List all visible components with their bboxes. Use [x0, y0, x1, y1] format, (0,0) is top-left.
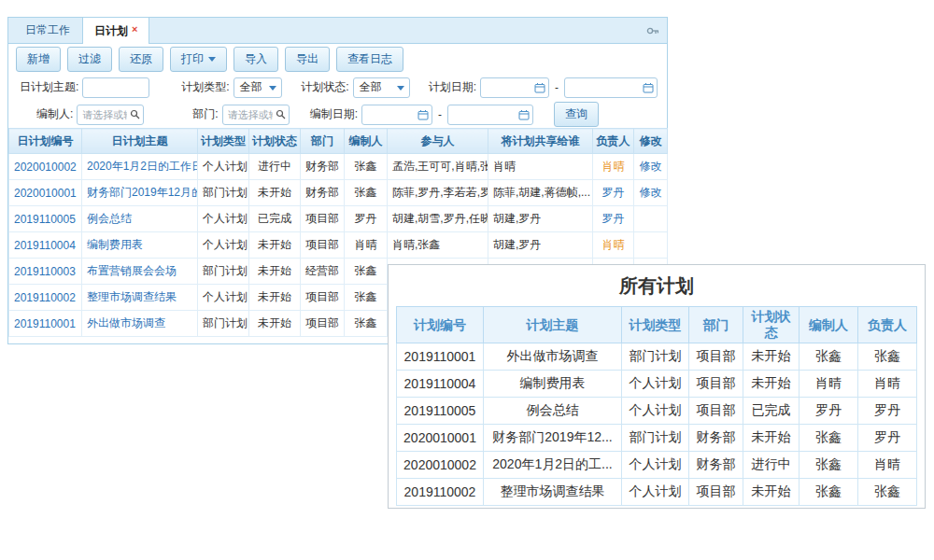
column-header-creator[interactable]: 编制人	[345, 129, 388, 154]
plan-date-from-wrap	[480, 77, 549, 98]
plan-participants: 孟浩,王可可,肖晴,张鑫	[392, 160, 488, 173]
plan-id-link[interactable]: 2019110002	[14, 291, 76, 304]
plan-owner: 张鑫	[858, 343, 917, 371]
calendar-icon[interactable]	[518, 109, 530, 120]
column-header-type: 计划类型	[622, 307, 689, 343]
table-row: 2020010002 2020年1月2日的工... 个人计划 财务部 进行中 张…	[397, 452, 917, 479]
plan-dept: 项目部	[305, 212, 339, 225]
dept-label: 部门:	[192, 106, 218, 122]
add-button[interactable]: 新增	[16, 47, 61, 72]
plan-share: 胡建,罗丹	[493, 212, 541, 225]
plan-subject: 外出做市场调查	[484, 343, 622, 371]
plan-creator: 张鑫	[800, 343, 858, 371]
plan-subject-link[interactable]: 布置营销展会会场	[87, 264, 177, 277]
plan-id-link[interactable]: 2019110005	[14, 213, 76, 226]
calendar-icon[interactable]	[643, 82, 654, 93]
table-row[interactable]: 2019110004 编制费用表 个人计划 未开始 项目部 肖晴 肖晴,张鑫 胡…	[9, 232, 668, 259]
table-row: 2019110001 外出做市场调查 部门计划 项目部 未开始 张鑫 张鑫	[397, 343, 917, 371]
plan-type: 个人计划	[203, 238, 248, 251]
column-header-participants[interactable]: 参与人	[388, 129, 488, 154]
search-icon[interactable]	[130, 109, 140, 119]
plan-owner: 肖晴	[858, 452, 917, 479]
column-header-owner[interactable]: 负责人	[593, 129, 634, 154]
plan-participants: 陈菲,罗丹,李若若,罗...	[392, 186, 488, 199]
column-header-subject[interactable]: 日计划主题	[82, 129, 198, 154]
table-row[interactable]: 2019110005 例会总结 个人计划 已完成 项目部 罗丹 胡建,胡雪,罗丹…	[9, 206, 668, 232]
print-button-label: 打印	[181, 51, 204, 67]
plan-subject-link[interactable]: 外出做市场调查	[87, 316, 165, 329]
plan-subject-link[interactable]: 财务部门2019年12月的...	[87, 186, 198, 199]
plan-dept: 项目部	[305, 238, 339, 251]
plan-status: 未开始	[258, 316, 291, 329]
table-row[interactable]: 2020010001 财务部门2019年12月的... 部门计划 未开始 财务部…	[9, 180, 668, 206]
plan-id: 2019110004	[397, 371, 484, 398]
plan-subject: 整理市场调查结果	[484, 479, 622, 506]
plan-subject-link[interactable]: 例会总结	[87, 212, 132, 225]
restore-button[interactable]: 还原	[119, 47, 163, 72]
export-button[interactable]: 导出	[285, 47, 330, 72]
plan-type: 部门计划	[203, 264, 248, 277]
column-header-status[interactable]: 计划状态	[249, 129, 301, 154]
calendar-icon[interactable]	[417, 109, 429, 120]
plan-subject-link[interactable]: 2020年1月2日的工作日...	[87, 160, 198, 173]
plan-creator: 张鑫	[355, 290, 377, 303]
plan-dept: 项目部	[305, 290, 339, 303]
print-button[interactable]: 打印	[170, 47, 227, 72]
plan-status-label: 计划状态:	[301, 79, 348, 95]
plan-id-link[interactable]: 2020010001	[14, 187, 77, 200]
compile-date-to-wrap	[447, 105, 533, 125]
column-header-share[interactable]: 将计划共享给谁	[488, 129, 593, 154]
close-icon[interactable]: ×	[132, 23, 137, 35]
calendar-icon[interactable]	[534, 82, 545, 93]
plan-dept: 项目部	[305, 316, 339, 329]
edit-link[interactable]: 修改	[640, 160, 662, 173]
plan-status: 进行中	[743, 452, 800, 479]
import-button[interactable]: 导入	[234, 47, 278, 72]
tab-daily-work[interactable]: 日常工作	[13, 16, 82, 43]
plan-subject-link[interactable]: 整理市场调查结果	[87, 290, 177, 303]
plan-dept: 财务部	[305, 160, 339, 173]
plan-status: 未开始	[743, 425, 800, 452]
plan-id-link[interactable]: 2019110003	[14, 265, 76, 278]
plan-share: 胡建,罗丹	[493, 238, 541, 251]
filter-row-1: 日计划主题: 计划类型: 全部 计划状态: 全部 计划日期: -	[18, 74, 658, 101]
edit-link[interactable]: 修改	[640, 186, 662, 199]
plan-type-select[interactable]: 全部	[234, 77, 283, 98]
column-header-plan-id[interactable]: 日计划编号	[9, 129, 82, 154]
plan-creator: 肖晴	[355, 238, 377, 251]
plan-type: 个人计划	[622, 479, 689, 506]
column-header-dept[interactable]: 部门	[301, 129, 345, 154]
tab-daily-plan[interactable]: 日计划×	[82, 17, 149, 44]
column-header-edit[interactable]: 修改	[634, 129, 668, 154]
plan-status: 未开始	[258, 238, 291, 251]
caret-down-icon	[208, 57, 216, 62]
plan-id-link[interactable]: 2020010002	[14, 161, 77, 174]
subject-input[interactable]	[82, 77, 149, 98]
plan-subject-link[interactable]: 编制费用表	[87, 238, 143, 251]
chevron-down-icon	[397, 86, 404, 91]
plan-owner: 罗丹	[602, 186, 625, 199]
tab-bar: 日常工作 日计划×	[8, 18, 667, 44]
column-header-type[interactable]: 计划类型	[198, 129, 249, 154]
plan-owner: 张鑫	[858, 479, 917, 506]
range-separator: -	[438, 108, 442, 121]
plan-id-link[interactable]: 2019110004	[14, 239, 76, 252]
table-header-row: 计划编号 计划主题 计划类型 部门 计划状态 编制人 负责人	[397, 307, 917, 343]
plan-type: 个人计划	[203, 212, 248, 225]
plan-participants: 肖晴,张鑫	[392, 238, 440, 251]
restore-button-label: 还原	[130, 51, 152, 67]
plan-status: 未开始	[743, 343, 800, 371]
plan-id-link[interactable]: 2019110001	[14, 317, 76, 330]
table-row[interactable]: 2020010002 2020年1月2日的工作日... 个人计划 进行中 财务部…	[9, 154, 668, 180]
all-plans-window: 所有计划 计划编号 计划主题 计划类型 部门 计划状态 编制人 负责人 2019…	[388, 264, 926, 509]
plan-creator: 张鑫	[800, 479, 858, 506]
filter-button[interactable]: 过滤	[67, 47, 112, 72]
search-icon[interactable]	[276, 109, 286, 119]
plan-status-select[interactable]: 全部	[353, 77, 410, 98]
all-plans-table: 计划编号 计划主题 计划类型 部门 计划状态 编制人 负责人 201911000…	[396, 306, 917, 506]
key-icon[interactable]	[646, 24, 659, 37]
plan-dept: 财务部	[689, 425, 743, 452]
view-log-button[interactable]: 查看日志	[336, 47, 403, 72]
search-button[interactable]: 查询	[554, 102, 599, 127]
plan-dept: 财务部	[305, 186, 339, 199]
